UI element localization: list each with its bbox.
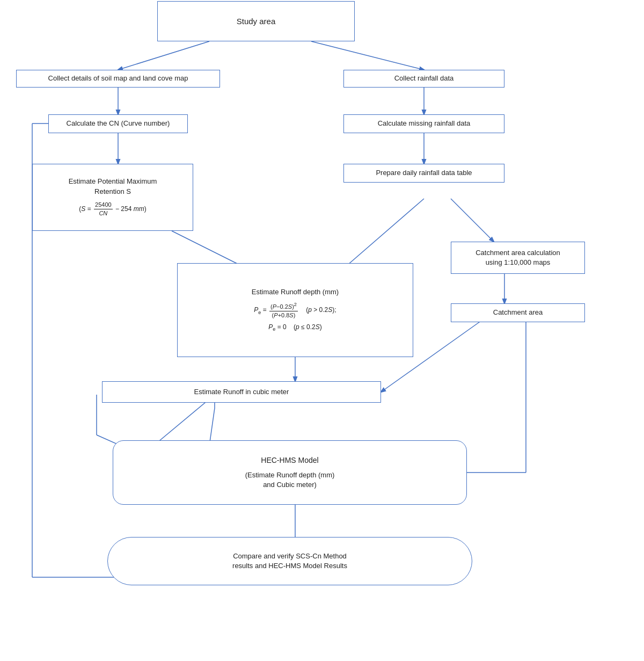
catchment-area-label: Catchment area (493, 308, 543, 317)
flowchart: Study area Collect details of soil map a… (0, 0, 644, 661)
collect-soil-box: Collect details of soil map and land cov… (16, 70, 220, 88)
runoff-depth-formula2: Pe = 0 (p ≤ 0.2S) (268, 323, 321, 333)
collect-rainfall-box: Collect rainfall data (343, 70, 504, 88)
hec-hms-box: HEC-HMS Model (Estimate Runoff depth (mm… (113, 440, 467, 505)
estimate-runoff-cubic-box: Estimate Runoff in cubic meter (102, 381, 381, 403)
prepare-daily-box: Prepare daily rainfall data table (343, 164, 504, 183)
runoff-depth-title: Estimate Runoff depth (mm) (252, 287, 339, 297)
compare-box: Compare and verify SCS-Cn Method results… (107, 537, 472, 585)
potential-formula: (S = 25400 CN − 254 mm) (79, 201, 146, 218)
hec-hms-subtitle2: and Cubic meter) (263, 480, 317, 490)
calculate-missing-box: Calculate missing rainfall data (343, 114, 504, 133)
compare-label1: Compare and verify SCS-Cn Method (233, 551, 347, 561)
runoff-cubic-label: Estimate Runoff in cubic meter (194, 387, 289, 397)
hec-hms-subtitle: (Estimate Runoff depth (mm) (245, 470, 335, 480)
svg-line-8 (451, 199, 494, 242)
calculate-cn-label: Calculate the CN (Curve number) (67, 119, 170, 128)
study-area-box: Study area (157, 1, 355, 41)
prepare-daily-label: Prepare daily rainfall data table (376, 168, 472, 178)
catchment-area-box: Catchment area (451, 303, 585, 322)
estimate-potential-box: Estimate Potential MaximumRetention S (S… (32, 164, 193, 231)
collect-soil-label: Collect details of soil map and land cov… (48, 74, 188, 83)
svg-line-0 (118, 41, 209, 70)
study-area-label: Study area (237, 16, 276, 27)
estimate-potential-title: Estimate Potential MaximumRetention S (69, 177, 157, 196)
calculate-missing-label: Calculate missing rainfall data (378, 119, 471, 128)
runoff-depth-formula1: Pe = (P−0.2S)2 (P+0.8S) (p > 0.2S); (254, 301, 336, 319)
collect-rainfall-label: Collect rainfall data (394, 74, 454, 83)
hec-hms-title: HEC-HMS Model (261, 455, 318, 466)
estimate-runoff-depth-box: Estimate Runoff depth (mm) Pe = (P−0.2S)… (177, 263, 413, 357)
catchment-calc-label: Catchment area calculationusing 1:10,000… (475, 248, 560, 267)
svg-line-1 (311, 41, 424, 70)
calculate-cn-box: Calculate the CN (Curve number) (48, 114, 188, 133)
svg-line-7 (343, 199, 424, 268)
compare-label2: results and HEC-HMS Model Results (232, 561, 347, 571)
catchment-calc-box: Catchment area calculationusing 1:10,000… (451, 242, 585, 274)
